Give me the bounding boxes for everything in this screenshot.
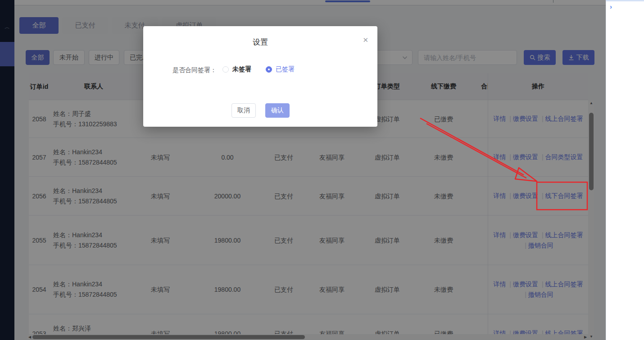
close-icon[interactable]: ✕ [363,36,368,44]
cancel-button[interactable]: 取消 [231,103,256,118]
contract-sign-radio-group: 未签署已签署 [222,65,295,74]
modal-title: 设置 [143,37,377,47]
confirm-button[interactable]: 确认 [265,103,290,118]
radio-label: 已签署 [276,65,295,74]
panel-expand-chevron-icon[interactable]: › [610,3,612,10]
radio-circle-icon[interactable] [266,66,272,73]
radio-label: 未签署 [232,65,251,74]
contract-sign-field-label: 是否合同签署： [172,66,217,74]
settings-modal: 设置 ✕ 是否合同签署： 未签署已签署 取消 确认 [143,26,377,127]
radio-option-已签署[interactable]: 已签署 [266,65,295,74]
app-root: ︿ 全部已支付未支付虚拟订单 全部未开始进行中已完成 搜索 下载 [0,0,644,340]
radio-option-未签署[interactable]: 未签署 [222,65,251,74]
radio-circle-icon[interactable] [222,66,229,73]
right-side-panel: › [606,0,644,340]
